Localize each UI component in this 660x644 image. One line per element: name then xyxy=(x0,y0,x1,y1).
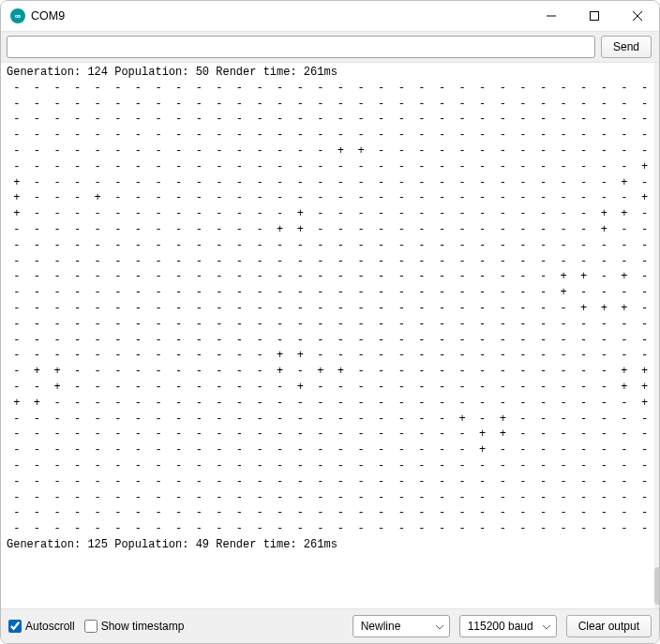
timestamp-input[interactable] xyxy=(84,620,98,633)
close-button[interactable] xyxy=(616,1,659,31)
autoscroll-checkbox[interactable]: Autoscroll xyxy=(8,620,75,633)
timestamp-checkbox[interactable]: Show timestamp xyxy=(84,620,185,633)
minimize-icon xyxy=(547,11,556,21)
send-row: Send xyxy=(1,31,659,63)
timestamp-label: Show timestamp xyxy=(101,620,185,633)
app-icon: ∞ xyxy=(10,8,25,23)
minimize-button[interactable] xyxy=(530,1,573,31)
console-output[interactable]: Generation: 124 Population: 50 Render ti… xyxy=(1,63,654,608)
scroll-thumb[interactable] xyxy=(654,567,659,605)
console-area: Generation: 124 Population: 50 Render ti… xyxy=(1,63,659,608)
maximize-icon xyxy=(590,11,599,21)
baud-value: 115200 baud xyxy=(468,620,533,633)
close-icon xyxy=(633,11,642,21)
titlebar: ∞ COM9 xyxy=(1,1,659,31)
window-title: COM9 xyxy=(31,9,65,22)
footer-bar: Autoscroll Show timestamp Newline 115200… xyxy=(1,608,659,643)
vertical-scrollbar[interactable] xyxy=(654,63,659,608)
serial-monitor-window: ∞ COM9 Send Generation: 124 Population: … xyxy=(0,0,660,644)
chevron-down-icon xyxy=(436,620,443,633)
line-ending-select[interactable]: Newline xyxy=(352,615,450,637)
clear-output-button[interactable]: Clear output xyxy=(566,615,652,637)
serial-input[interactable] xyxy=(7,36,595,58)
baud-select[interactable]: 115200 baud xyxy=(459,615,557,637)
send-button[interactable]: Send xyxy=(601,36,652,58)
chevron-down-icon xyxy=(543,620,550,633)
line-ending-value: Newline xyxy=(361,620,401,633)
svg-rect-1 xyxy=(591,12,599,21)
autoscroll-input[interactable] xyxy=(8,620,22,633)
autoscroll-label: Autoscroll xyxy=(25,620,75,633)
maximize-button[interactable] xyxy=(573,1,616,31)
